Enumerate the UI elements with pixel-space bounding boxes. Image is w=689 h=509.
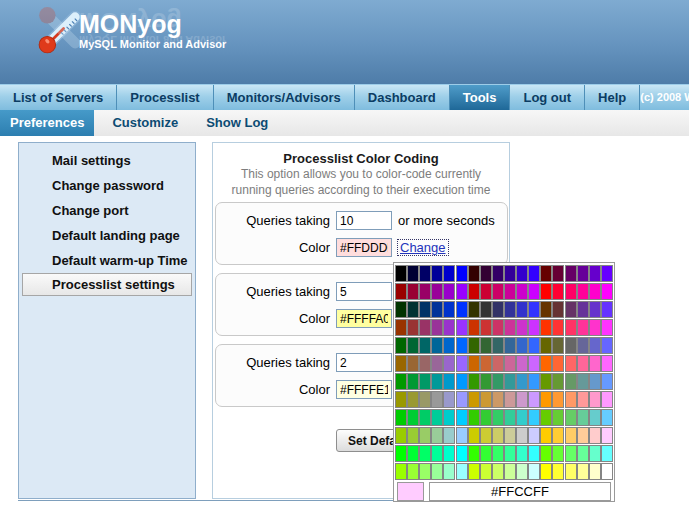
sidebar-item-processlist-settings[interactable]: Processlist settings (22, 273, 192, 296)
color-swatch[interactable] (480, 409, 492, 426)
color-swatch[interactable] (395, 301, 407, 318)
color-swatch[interactable] (601, 391, 613, 408)
color-swatch[interactable] (601, 301, 613, 318)
color-swatch[interactable] (565, 427, 577, 444)
color-swatch[interactable] (528, 301, 540, 318)
sidebar-item-change-port[interactable]: Change port (19, 198, 195, 223)
color-swatch[interactable] (419, 463, 431, 480)
color-swatch[interactable] (601, 409, 613, 426)
color-swatch[interactable] (456, 265, 468, 282)
picker-hex-input[interactable] (429, 482, 611, 501)
sidebar-item-change-password[interactable]: Change password (19, 173, 195, 198)
seconds-input[interactable] (336, 353, 392, 372)
seconds-input[interactable] (336, 282, 392, 301)
color-swatch[interactable] (443, 301, 455, 318)
color-swatch[interactable] (407, 319, 419, 336)
color-value-input[interactable] (336, 309, 392, 328)
color-swatch[interactable] (552, 427, 564, 444)
color-swatch[interactable] (528, 391, 540, 408)
color-swatch[interactable] (456, 373, 468, 390)
color-swatch[interactable] (540, 463, 552, 480)
color-swatch[interactable] (516, 301, 528, 318)
color-swatch[interactable] (480, 391, 492, 408)
color-swatch[interactable] (589, 409, 601, 426)
color-swatch[interactable] (468, 373, 480, 390)
color-swatch[interactable] (407, 301, 419, 318)
color-swatch[interactable] (480, 337, 492, 354)
color-swatch[interactable] (577, 409, 589, 426)
color-swatch[interactable] (589, 427, 601, 444)
color-swatch[interactable] (528, 355, 540, 372)
color-swatch[interactable] (516, 463, 528, 480)
color-swatch[interactable] (577, 427, 589, 444)
color-swatch[interactable] (419, 265, 431, 282)
nav-tab-tools[interactable]: Tools (450, 85, 511, 110)
color-swatch[interactable] (516, 373, 528, 390)
color-swatch[interactable] (431, 355, 443, 372)
color-swatch[interactable] (419, 337, 431, 354)
color-swatch[interactable] (468, 337, 480, 354)
color-swatch[interactable] (589, 337, 601, 354)
sidebar-item-default-warm-up-time[interactable]: Default warm-up Time (19, 248, 195, 273)
color-swatch[interactable] (468, 427, 480, 444)
color-swatch[interactable] (431, 301, 443, 318)
color-swatch[interactable] (540, 427, 552, 444)
color-swatch[interactable] (395, 463, 407, 480)
color-swatch[interactable] (468, 463, 480, 480)
color-swatch[interactable] (407, 427, 419, 444)
color-swatch[interactable] (552, 265, 564, 282)
color-swatch[interactable] (504, 445, 516, 462)
color-value-input[interactable] (336, 380, 392, 399)
color-swatch[interactable] (565, 391, 577, 408)
color-swatch[interactable] (407, 373, 419, 390)
color-swatch[interactable] (601, 445, 613, 462)
color-swatch[interactable] (480, 427, 492, 444)
color-swatch[interactable] (395, 319, 407, 336)
color-swatch[interactable] (407, 391, 419, 408)
color-swatch[interactable] (492, 445, 504, 462)
color-swatch[interactable] (552, 463, 564, 480)
subnav-tab-customize[interactable]: Customize (102, 110, 188, 136)
color-swatch[interactable] (468, 409, 480, 426)
color-swatch[interactable] (443, 391, 455, 408)
color-swatch[interactable] (480, 445, 492, 462)
color-swatch[interactable] (431, 409, 443, 426)
color-swatch[interactable] (589, 319, 601, 336)
color-swatch[interactable] (540, 319, 552, 336)
color-swatch[interactable] (601, 373, 613, 390)
color-swatch[interactable] (456, 391, 468, 408)
color-swatch[interactable] (577, 301, 589, 318)
color-swatch[interactable] (552, 391, 564, 408)
color-swatch[interactable] (395, 391, 407, 408)
color-swatch[interactable] (528, 319, 540, 336)
color-swatch[interactable] (431, 445, 443, 462)
color-swatch[interactable] (492, 391, 504, 408)
color-swatch[interactable] (589, 265, 601, 282)
color-swatch[interactable] (419, 301, 431, 318)
color-swatch[interactable] (540, 373, 552, 390)
color-swatch[interactable] (419, 409, 431, 426)
color-swatch[interactable] (395, 373, 407, 390)
color-swatch[interactable] (565, 301, 577, 318)
color-swatch[interactable] (540, 265, 552, 282)
color-swatch[interactable] (577, 283, 589, 300)
nav-tab-processlist[interactable]: Processlist (117, 85, 213, 110)
color-swatch[interactable] (443, 337, 455, 354)
color-swatch[interactable] (589, 355, 601, 372)
color-swatch[interactable] (504, 337, 516, 354)
color-swatch[interactable] (504, 409, 516, 426)
color-swatch[interactable] (468, 319, 480, 336)
color-swatch[interactable] (443, 319, 455, 336)
color-swatch[interactable] (504, 463, 516, 480)
color-swatch[interactable] (565, 445, 577, 462)
color-swatch[interactable] (540, 445, 552, 462)
color-swatch[interactable] (552, 283, 564, 300)
color-swatch[interactable] (480, 265, 492, 282)
color-swatch[interactable] (431, 265, 443, 282)
color-swatch[interactable] (552, 337, 564, 354)
color-swatch[interactable] (589, 463, 601, 480)
nav-tab-dashboard[interactable]: Dashboard (355, 85, 450, 110)
subnav-tab-show-log[interactable]: Show Log (196, 110, 278, 136)
color-swatch[interactable] (480, 463, 492, 480)
color-swatch[interactable] (407, 265, 419, 282)
